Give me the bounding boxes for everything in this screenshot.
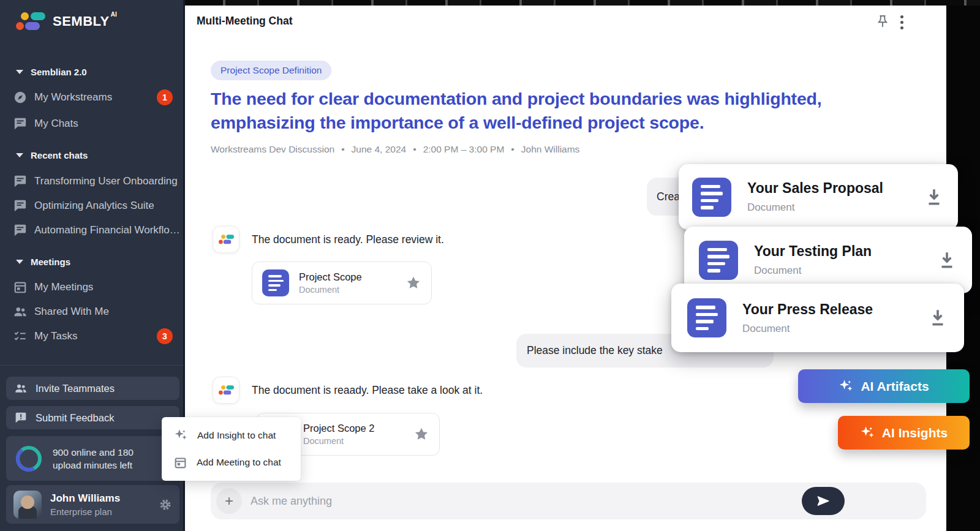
sidebar: SEMBLYAI Semblian 2.0 My Workstreams 1 M…: [0, 0, 185, 531]
gear-icon[interactable]: [159, 498, 172, 511]
menu-item-add-insight[interactable]: Add Insight to chat: [162, 422, 301, 449]
ai-insights-button[interactable]: AI Insights: [838, 416, 970, 450]
menu-item-add-meeting[interactable]: Add Meeting to chat: [162, 449, 301, 476]
sidebar-item-label: Automating Financial Workflo…: [34, 224, 180, 236]
usage-meter[interactable]: 900 online and 180 upload minutes left: [6, 436, 179, 481]
chat-icon: [13, 117, 27, 130]
brand-logo: SEMBLYAI: [15, 12, 117, 31]
top-border-decoration: [185, 0, 980, 6]
document-icon: [687, 298, 726, 337]
thread-meta: Workstreams Dev Discussion • June 4, 202…: [211, 144, 579, 155]
ai-artifacts-label: AI Artifacts: [861, 379, 929, 394]
add-attachment-button[interactable]: +: [216, 488, 242, 514]
pin-icon[interactable]: [875, 14, 890, 29]
chat-icon: [13, 199, 27, 213]
user-plan: Enterprise plan: [50, 507, 150, 517]
section-meetings[interactable]: Meetings: [16, 254, 70, 269]
meta-separator: •: [511, 144, 514, 155]
sembly-logo-icon: [218, 385, 234, 395]
sparkles-icon: [839, 379, 853, 394]
sidebar-item-chat-1[interactable]: Transforming User Onboarding: [13, 173, 178, 189]
chevron-down-icon: [16, 153, 23, 157]
people-icon: [15, 382, 27, 394]
artifact-type: Document: [747, 201, 924, 214]
sembly-logo-icon: [218, 235, 234, 244]
artifact-type: Document: [742, 323, 927, 335]
chevron-down-icon: [16, 70, 23, 74]
meta-author: John Williams: [521, 144, 580, 155]
feedback-icon: [15, 412, 27, 424]
ai-insights-label: AI Insights: [882, 426, 948, 440]
artifact-title: Your Press Release: [742, 301, 927, 318]
attachment-type: Document: [299, 285, 405, 295]
artifact-card-sales-proposal[interactable]: Your Sales Proposal Document: [679, 164, 958, 230]
meta-source: Workstreams Dev Discussion: [211, 144, 334, 155]
workstreams-icon: [13, 91, 27, 104]
sembly-logo-icon: [15, 12, 45, 31]
attachment-card-project-scope[interactable]: Project Scope Document: [252, 262, 432, 304]
sidebar-item-shared-with-me[interactable]: Shared With Me: [13, 304, 109, 320]
bot-message: The document is reaady. Please take a lo…: [252, 384, 483, 397]
sidebar-item-chat-3[interactable]: Automating Financial Workflo…: [13, 222, 180, 238]
plus-icon: +: [225, 492, 233, 510]
calendar-icon: [13, 281, 27, 294]
sidebar-item-my-tasks[interactable]: My Tasks 3: [13, 328, 173, 344]
send-button[interactable]: [802, 487, 845, 515]
usage-text: 900 online and 180 upload minutes left: [53, 446, 163, 472]
download-icon[interactable]: [927, 307, 948, 328]
tasks-icon: [13, 330, 27, 343]
thread-headline: The need for clear documentation and pro…: [211, 87, 900, 134]
download-icon[interactable]: [924, 187, 944, 208]
document-icon: [262, 269, 289, 296]
section-recent-chats[interactable]: Recent chats: [16, 147, 88, 163]
menu-item-label: Add Meeting to chat: [197, 457, 281, 468]
kebab-menu-icon[interactable]: [900, 15, 904, 29]
sidebar-item-chat-2[interactable]: Optimizing Analytics Suite: [13, 198, 154, 214]
artifact-card-press-release[interactable]: Your Press Release Document: [671, 284, 964, 352]
sidebar-item-label: My Chats: [34, 118, 78, 130]
sidebar-item-label: Optimizing Analytics Suite: [34, 200, 154, 212]
invite-teammates-label: Invite Teammates: [36, 383, 115, 394]
sidebar-item-my-workstreams[interactable]: My Workstreams 1: [13, 89, 173, 105]
sidebar-item-my-chats[interactable]: My Chats: [13, 116, 78, 132]
sidebar-divider: [0, 365, 185, 366]
meta-separator: •: [413, 144, 416, 155]
submit-feedback-label: Submit Feedback: [36, 412, 114, 424]
user-name: John Williams: [50, 492, 150, 505]
sidebar-item-label: My Workstreams: [34, 91, 112, 104]
sidebar-item-label: My Tasks: [34, 330, 78, 342]
topic-tag[interactable]: Project Scope Definition: [211, 61, 331, 80]
avatar: [13, 491, 42, 519]
send-icon: [815, 493, 831, 509]
people-icon: [13, 305, 27, 318]
section-semblian[interactable]: Semblian 2.0: [16, 64, 87, 80]
chat-icon: [13, 224, 27, 237]
user-profile[interactable]: John Williams Enterprise plan: [6, 485, 179, 524]
artifact-title: Your Testing Plan: [754, 243, 937, 260]
sidebar-item-label: Shared With Me: [34, 306, 109, 318]
artifact-title: Your Sales Proposal: [747, 180, 924, 197]
bot-avatar: [213, 226, 239, 253]
brand-name: SEMBLY: [53, 13, 110, 29]
star-icon[interactable]: [405, 275, 421, 291]
bot-message: The document is ready. Please review it.: [252, 233, 444, 246]
artifact-type: Document: [754, 265, 937, 277]
chevron-down-icon: [16, 260, 23, 264]
download-icon[interactable]: [937, 250, 957, 271]
user-message-text: Crea: [657, 190, 680, 203]
submit-feedback-button[interactable]: Submit Feedback: [6, 406, 179, 429]
section-label: Recent chats: [31, 150, 88, 160]
attachment-title: Project Scope 2: [303, 423, 413, 434]
calendar-icon: [174, 456, 187, 469]
add-to-chat-menu: Add Insight to chat Add Meeting to chat: [162, 417, 301, 481]
meta-time: 2:00 PM – 3:00 PM: [423, 144, 505, 155]
app-window: SEMBLYAI Semblian 2.0 My Workstreams 1 M…: [0, 0, 980, 531]
composer-bar: +: [211, 483, 926, 519]
ai-artifacts-button[interactable]: AI Artifacts: [798, 369, 970, 403]
star-icon[interactable]: [413, 426, 429, 442]
user-message-text: Please include the key stake: [527, 344, 663, 357]
invite-teammates-button[interactable]: Invite Teammates: [6, 377, 179, 400]
sidebar-item-my-meetings[interactable]: My Meetings: [13, 279, 93, 295]
message-input[interactable]: [251, 495, 802, 508]
document-icon: [692, 178, 731, 217]
